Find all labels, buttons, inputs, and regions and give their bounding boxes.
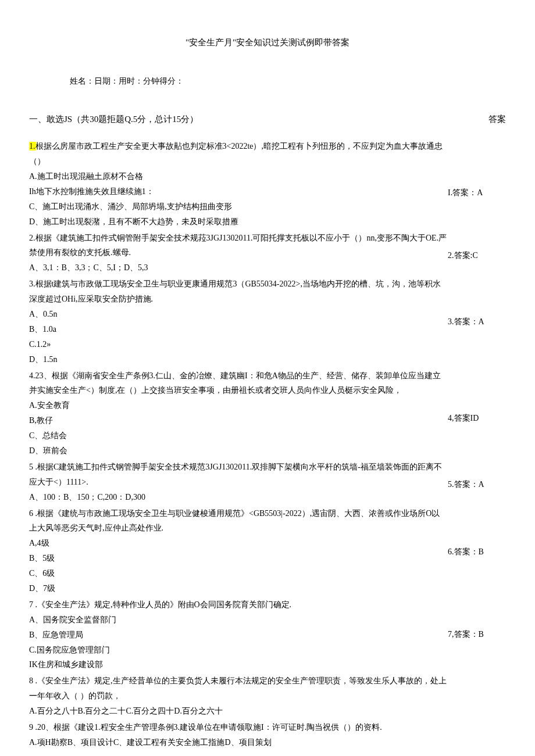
question-3-option-a: A、0.5n xyxy=(29,307,448,322)
info-line: 姓名：日期：用时：分钟得分： xyxy=(70,74,506,88)
highlight-marker: 1. xyxy=(29,142,35,151)
question-6-text: 6 .根据《建统与市政施工现场安全卫生与职业健梭通用规范》<GB5503|-20… xyxy=(29,506,448,536)
answer-2: 2.答案:C xyxy=(448,248,506,263)
question-6-option-b: B、5级 xyxy=(29,551,448,566)
question-1-body: 根据么房屋市政工程生产安全更大事故黇也判定标准3<2022te）,暗挖工程有卜列… xyxy=(29,142,443,166)
question-1-option-c: C、施工时出现涌水、涌沙、局部坍塌,支护结构扭曲变形 xyxy=(29,199,448,214)
question-8-text: 8 .《安全生产法》规定,生产经昔单位的主要负货人未履行本法规定的安全生产管理职… xyxy=(29,673,448,704)
question-4-option-d: D、班前会 xyxy=(29,443,448,458)
question-9: 9 .20、根据《建设1.程安全生产管理条例3.建设单位在申请领取施I：许可证时… xyxy=(29,720,448,750)
answer-6: 6.答案：B xyxy=(448,544,506,560)
question-2-options: A、3,1：B、3,3；C、5,I；D、5,3 xyxy=(29,260,448,275)
question-9-options: A.项H勘察B、项目设计C、建设工程有关安全施工指施D、项目策划 xyxy=(29,735,448,750)
question-7: 7 .《安全生产法》规定,特种作业人员的》附由O会同国务院育关部门确定. A、国… xyxy=(29,597,448,672)
question-1: 1.根据么房屋市政工程生产安全更大事故黇也判定标准3<2022te）,暗挖工程有… xyxy=(29,139,448,229)
question-7-option-b: B、应急管理局 xyxy=(29,628,448,643)
question-8: 8 .《安全生产法》规定,生产经昔单位的主要负货人未履行本法规定的安全生产管理职… xyxy=(29,673,448,719)
question-5: 5 .根据C建筑施工扣件式钢管脚手架安全技术规范3JGJ1302011.双排脚下… xyxy=(29,460,448,505)
question-3-text: 3.根据t建筑与市政做工现场安全卫生与职业更康通用规范3（GB55034-202… xyxy=(29,277,448,307)
question-6-option-d: D、7级 xyxy=(29,581,448,596)
question-4: 4.23、根据《湖南省安全生产条例3.仁山、金的冶燎、建筑幽I：和危A物品的生产… xyxy=(29,368,448,458)
questions-column: 1.根据么房屋市政工程生产安全更大事故黇也判定标准3<2022te）,暗挖工程有… xyxy=(29,139,448,751)
answer-7: 7,答案：B xyxy=(448,627,506,642)
question-2-text: 2.根据《建筑施工扣件式铜管附手架安全技术规菈3JGJ1302011.可阳托撑支… xyxy=(29,231,448,261)
question-5-options: A、100：B、150；C,200：D,300 xyxy=(29,490,448,505)
question-6-option-a: A,4级 xyxy=(29,536,448,551)
question-7-text: 7 .《安全生产法》规定,特种作业人员的》附由O会同国务院育关部门确定. xyxy=(29,597,448,612)
content-area: 1.根据么房屋市政工程生产安全更大事故黇也判定标准3<2022te）,暗挖工程有… xyxy=(29,139,506,751)
question-7-option-d: IK住房和城乡建设部 xyxy=(29,657,448,672)
question-4-option-b: B,教仔 xyxy=(29,413,448,428)
question-3: 3.根据t建筑与市政做工现场安全卫生与职业更康通用规范3（GB55034-202… xyxy=(29,277,448,367)
question-4-text: 4.23、根据《湖南省安全生产条例3.仁山、金的冶燎、建筑幽I：和危A物品的生产… xyxy=(29,368,448,399)
question-7-option-c: C.国务院应急管理部门 xyxy=(29,643,448,658)
answer-5: 5.答案：A xyxy=(448,477,506,492)
answer-4: 4,答案ID xyxy=(448,411,506,426)
answers-column: I.答案：A 2.答案:C 3.答案：A 4,答案ID 5.答案：A 6.答案：… xyxy=(448,139,506,751)
question-1-option-b: Ih地下水控制推施失效且继续施1： xyxy=(29,184,448,199)
question-6: 6 .根据《建统与市政施工现场安全卫生与职业健梭通用规范》<GB5503|-20… xyxy=(29,506,448,596)
answer-3: 3.答案：A xyxy=(448,314,506,329)
question-3-option-c: C.1.2» xyxy=(29,337,448,352)
question-9-text: 9 .20、根据《建设1.程安全生产管理条例3.建设单位在申请领取施I：许可证时… xyxy=(29,720,448,735)
question-2: 2.根据《建筑施工扣件式铜管附手架安全技术规菈3JGJ1302011.可阳托撑支… xyxy=(29,231,448,276)
answer-1: I.答案：A xyxy=(448,185,506,200)
question-3-option-d: D、1.5n xyxy=(29,352,448,367)
question-4-option-c: C、总结会 xyxy=(29,428,448,443)
answer-header: 答案 xyxy=(488,112,506,127)
page-title: "安全生产月"安全知识过关测试例即带答案 xyxy=(29,35,506,51)
question-3-option-b: B、1.0a xyxy=(29,322,448,337)
question-5-text: 5 .根据C建筑施工扣件式钢管脚手架安全技术规范3JGJ1302011.双排脚下… xyxy=(29,460,448,490)
question-1-text: 1.根据么房屋市政工程生产安全更大事故黇也判定标准3<2022te）,暗挖工程有… xyxy=(29,139,448,169)
section-header-row: 一、敢选JS（共30题拒题Q.5分，总计15分） 答案 xyxy=(29,112,506,127)
question-4-option-a: A.安全教育 xyxy=(29,398,448,413)
section-header: 一、敢选JS（共30题拒题Q.5分，总计15分） xyxy=(29,112,198,127)
question-8-options: A.百分之八十B.百分之二十C.百分之四十D.百分之六十 xyxy=(29,704,448,719)
question-1-option-d: D、施工时出现裂潴，且有不断不大趋势，未及时采取措雁 xyxy=(29,214,448,230)
question-6-option-c: C、6级 xyxy=(29,566,448,581)
question-1-option-a: A.施工时出现混融土原材不合格 xyxy=(29,169,448,184)
question-7-option-a: A、国务院安全监督部门 xyxy=(29,612,448,628)
